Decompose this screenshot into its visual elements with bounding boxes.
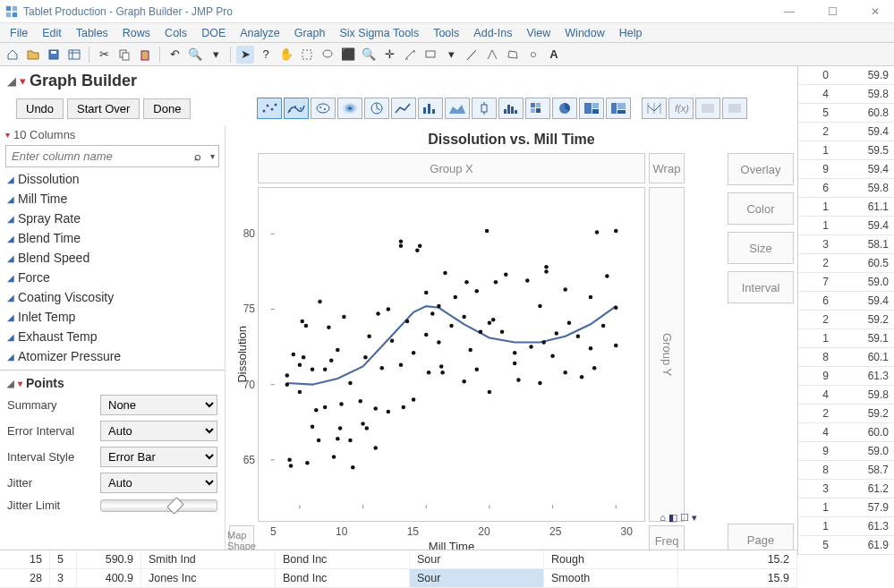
jitter-limit-slider[interactable] — [100, 499, 217, 512]
open-icon[interactable] — [24, 46, 42, 64]
data-cell[interactable]: 459.8 — [798, 85, 894, 104]
done-button[interactable]: Done — [143, 98, 191, 119]
select-tool-icon[interactable] — [298, 46, 316, 64]
dropzone-overlay[interactable]: Overlay — [728, 153, 794, 185]
column-exhaust-temp[interactable]: ◢Exhaust Temp — [0, 327, 225, 346]
menu-edit[interactable]: Edit — [36, 25, 68, 41]
maximize-button[interactable]: ☐ — [819, 5, 846, 18]
data-cell[interactable]: 159.1 — [798, 329, 894, 348]
ruler-icon[interactable] — [401, 46, 419, 64]
undo-button[interactable]: Undo — [16, 98, 64, 119]
data-cell[interactable]: 161.3 — [798, 517, 894, 536]
element-map1-icon[interactable] — [695, 98, 720, 119]
data-cell[interactable]: 659.4 — [798, 292, 894, 311]
menu-rows[interactable]: Rows — [116, 25, 157, 41]
data-cell[interactable]: 759.0 — [798, 273, 894, 292]
element-boxplot-icon[interactable] — [472, 98, 497, 119]
data-cell[interactable]: 858.7 — [798, 461, 894, 480]
summary-select[interactable]: None — [100, 395, 217, 415]
data-cell[interactable]: 959.4 — [798, 160, 894, 179]
pin-dropdown-icon[interactable]: ▾ — [442, 46, 460, 64]
column-search-input[interactable] — [6, 146, 189, 166]
element-line-icon[interactable] — [391, 98, 416, 119]
data-cell[interactable]: 358.1 — [798, 235, 894, 254]
column-inlet-temp[interactable]: ◢Inlet Temp — [0, 307, 225, 327]
points-disclose-icon[interactable]: ◢ — [7, 379, 14, 388]
shape-tool-icon[interactable] — [483, 46, 501, 64]
circle-tool-icon[interactable]: ○ — [524, 46, 542, 64]
copy-icon[interactable] — [115, 46, 133, 64]
dropzone-group-x[interactable]: Group X — [258, 153, 645, 183]
search-icon[interactable]: ⌕ — [189, 147, 207, 166]
gb-disclose-icon[interactable]: ◢ — [7, 74, 16, 88]
menu-six-sigma-tools[interactable]: Six Sigma Tools — [333, 25, 425, 41]
dropzone-group-y[interactable]: Group Y — [649, 187, 685, 522]
column-dissolution[interactable]: ◢Dissolution — [0, 169, 225, 189]
scatter-plot[interactable]: 65707580 — [258, 187, 645, 522]
data-cell[interactable]: 159.5 — [798, 141, 894, 160]
column-spray-rate[interactable]: ◢Spray Rate — [0, 209, 225, 228]
menu-file[interactable]: File — [4, 25, 34, 41]
paste-icon[interactable] — [136, 46, 154, 64]
element-fx-icon[interactable]: f(x) — [668, 98, 694, 119]
data-cell[interactable]: 459.8 — [798, 386, 894, 405]
menu-doe[interactable]: DOE — [195, 25, 232, 41]
hand-tool-icon[interactable]: ✋ — [277, 46, 295, 64]
brush-tool-icon[interactable]: ⬛ — [339, 46, 357, 64]
data-cell[interactable]: 259.2 — [798, 405, 894, 423]
dropzone-wrap[interactable]: Wrap — [649, 153, 685, 183]
data-cell[interactable]: 560.8 — [798, 104, 894, 123]
dropzone-color[interactable]: Color — [728, 192, 794, 225]
column-coating-viscosity[interactable]: ◢Coating Viscosity — [0, 287, 225, 307]
points-menu-icon[interactable]: ▾ — [18, 379, 22, 388]
save-icon[interactable] — [45, 46, 63, 64]
interval-style-select[interactable]: Error Bar — [100, 447, 217, 467]
zoom-icon[interactable]: 🔍 — [186, 46, 204, 64]
cols-disclose-icon[interactable]: ▾ — [5, 130, 10, 140]
menu-graph[interactable]: Graph — [288, 25, 332, 41]
menu-tools[interactable]: Tools — [427, 25, 465, 41]
dropzone-size[interactable]: Size — [728, 232, 794, 264]
column-atomizer-pressure[interactable]: ◢Atomizer Pressure — [0, 346, 225, 366]
data-cell[interactable]: 059.9 — [798, 66, 894, 85]
column-blend-speed[interactable]: ◢Blend Speed — [0, 248, 225, 268]
column-mill-time[interactable]: ◢Mill Time — [0, 189, 225, 209]
element-mosaic-icon[interactable] — [606, 98, 631, 119]
status-icons[interactable]: ⌂ ◧ ☐ ▾ — [660, 512, 697, 524]
search-dropdown-icon[interactable]: ▾ — [207, 149, 218, 164]
table-row[interactable]: 155590.9Smith IndBond IncSourRough15.2 — [0, 550, 797, 569]
data-cell[interactable]: 260.5 — [798, 254, 894, 273]
annotate-icon[interactable] — [421, 46, 439, 64]
home-icon[interactable] — [4, 46, 21, 64]
cut-icon[interactable]: ✂ — [95, 46, 113, 64]
element-contour-icon[interactable] — [337, 98, 362, 119]
jitter-select[interactable]: Auto — [100, 473, 217, 493]
help-tool-icon[interactable]: ? — [257, 46, 275, 64]
element-parallel-icon[interactable] — [642, 98, 667, 119]
arrow-tool-icon[interactable]: ➤ — [236, 46, 254, 64]
element-formula-icon[interactable] — [364, 98, 389, 119]
element-map2-icon[interactable] — [722, 98, 747, 119]
element-hist-icon[interactable] — [498, 98, 524, 119]
data-cell[interactable]: 561.9 — [798, 536, 894, 555]
data-cell[interactable]: 159.4 — [798, 217, 894, 235]
data-cell[interactable]: 259.4 — [798, 123, 894, 141]
column-blend-time[interactable]: ◢Blend Time — [0, 228, 225, 248]
undo-icon[interactable]: ↶ — [166, 46, 183, 64]
data-cell[interactable]: 161.1 — [798, 198, 894, 217]
data-cell[interactable]: 460.0 — [798, 423, 894, 442]
menu-view[interactable]: View — [520, 25, 557, 41]
dropdown-1-icon[interactable]: ▾ — [207, 46, 225, 64]
element-area-icon[interactable] — [445, 98, 470, 119]
close-button[interactable]: ✕ — [862, 5, 889, 18]
element-pie-icon[interactable] — [552, 98, 577, 119]
table-row[interactable]: 283400.9Jones IncBond IncSourSmooth15.9 — [0, 569, 797, 588]
line-tool-icon[interactable]: ／ — [463, 46, 481, 64]
menu-analyze[interactable]: Analyze — [234, 25, 285, 41]
menu-cols[interactable]: Cols — [158, 25, 193, 41]
data-cell[interactable]: 659.8 — [798, 179, 894, 198]
gb-menu-icon[interactable]: ▾ — [20, 74, 26, 88]
data-cell[interactable]: 959.0 — [798, 442, 894, 461]
element-bar-icon[interactable] — [418, 98, 443, 119]
polygon-tool-icon[interactable] — [504, 46, 522, 64]
